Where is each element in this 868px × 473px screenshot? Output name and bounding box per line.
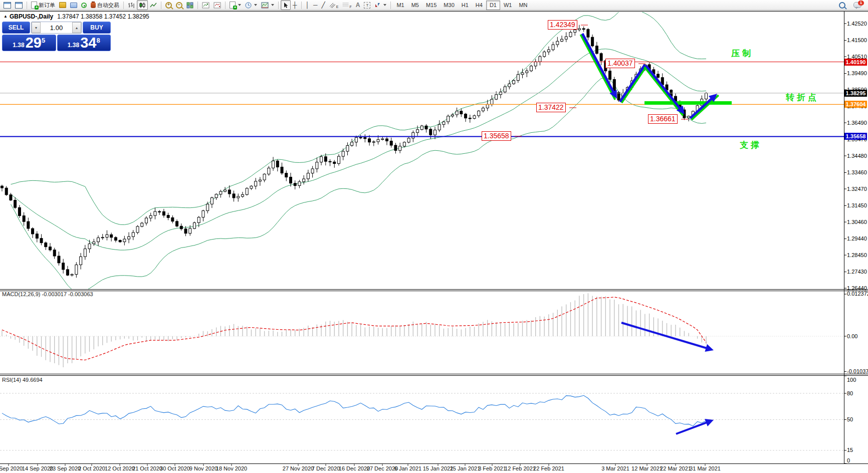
collapse-icon[interactable]: ▲	[4, 14, 8, 19]
timeframe-H4[interactable]: H4	[472, 1, 486, 10]
timeframe-M5[interactable]: M5	[408, 1, 422, 10]
macd-axis-label: 0.012372	[847, 291, 868, 297]
fibonacci-sub-label: F	[349, 5, 351, 9]
search-button[interactable]	[837, 0, 847, 10]
vline-icon: │	[306, 2, 310, 8]
search-icon	[839, 2, 845, 9]
date-label: 12 Feb 2021	[505, 465, 536, 471]
zoom-out-icon: −	[176, 2, 182, 9]
signal-icon	[81, 3, 87, 8]
zoom-out-button[interactable]: −	[174, 0, 184, 10]
period-dropdown[interactable]	[243, 0, 259, 10]
sell-button[interactable]: SELL	[2, 22, 30, 34]
signals-button[interactable]	[79, 0, 89, 10]
price-axis-label: 1.32470	[847, 186, 867, 192]
date-label: 9 Nov 2020	[189, 465, 218, 471]
fibonacci-icon	[342, 2, 349, 8]
price-axis-label: 1.42520	[847, 21, 867, 27]
autotrading-icon	[91, 3, 96, 8]
price-tag[interactable]: 1.37422	[536, 103, 566, 112]
channel-button[interactable]: E	[327, 0, 341, 10]
crosshair-button[interactable]: ┼	[291, 0, 299, 10]
chevron-down-icon	[254, 4, 257, 6]
terminal-icon	[70, 3, 77, 8]
bid-price-panel[interactable]: 1.38295	[2, 35, 56, 51]
timeframe-D1[interactable]: D1	[486, 1, 500, 10]
rsi-axis-label: 0	[847, 457, 850, 463]
trendline-button[interactable]: ╱	[320, 0, 327, 10]
profile-window-icon	[15, 2, 23, 9]
template-dropdown[interactable]	[259, 0, 276, 10]
autotrading-button[interactable]: 自动交易	[89, 0, 121, 10]
price-tag[interactable]: 1.36661	[648, 114, 678, 124]
volume-input[interactable]	[41, 22, 72, 33]
hline-icon: ─	[313, 2, 318, 8]
chart-profile-button[interactable]	[13, 0, 25, 10]
date-label: 15 Jan 2021	[423, 465, 454, 471]
timeframe-H1[interactable]: H1	[458, 1, 472, 10]
indicator-chart-icon	[202, 2, 209, 9]
chart-canvas[interactable]	[0, 0, 868, 473]
resistance-label: 压制	[731, 48, 753, 59]
price-tag[interactable]: 1.35658	[482, 131, 511, 141]
ask-price-panel[interactable]: 1.38348	[57, 35, 111, 51]
market-watch-button[interactable]	[57, 0, 68, 10]
volume-decrease-button[interactable]: ▼	[32, 22, 41, 33]
indicator-window-button[interactable]	[200, 0, 211, 10]
text-label-button[interactable]: T	[362, 0, 372, 10]
price-tag[interactable]: 1.40037	[605, 59, 635, 68]
timeframe-M30[interactable]: M30	[440, 1, 458, 10]
notifications-button[interactable]: 1	[851, 0, 863, 10]
timeframe-M1[interactable]: M1	[393, 1, 407, 10]
timeframe-M15[interactable]: M15	[422, 1, 440, 10]
candlestick-chart-button[interactable]	[137, 0, 148, 10]
volume-increase-button[interactable]: ▲	[72, 22, 81, 33]
channel-sub-label: E	[336, 5, 339, 9]
label-tool-icon: T	[364, 2, 370, 9]
bid-small: 1.38	[13, 42, 24, 49]
cursor-icon	[283, 2, 289, 9]
price-axis-label: 1.28450	[847, 252, 867, 258]
cursor-button[interactable]	[281, 0, 291, 10]
notification-badge: 1	[858, 1, 864, 6]
price-tag[interactable]: 1.42349	[548, 20, 577, 30]
add-indicator-dropdown[interactable]: +	[228, 0, 243, 10]
timeframe-MN[interactable]: MN	[515, 1, 531, 10]
new-chart-button[interactable]	[2, 0, 13, 10]
price-level-badge: 1.35658	[844, 133, 867, 140]
bar-chart-icon	[128, 2, 135, 9]
zoom-in-button[interactable]: +	[163, 0, 174, 10]
add-indicator-icon: +	[230, 2, 236, 9]
shapes-dropdown[interactable]	[372, 0, 388, 10]
price-axis-label: 1.34480	[847, 153, 867, 159]
fibonacci-button[interactable]: F	[340, 0, 353, 10]
date-label: 27 Dec 2020	[367, 465, 398, 471]
macd-axis-label: -0.010374	[847, 368, 868, 374]
date-label: 31 Mar 2021	[690, 465, 721, 471]
bar-chart-button[interactable]	[126, 0, 137, 10]
line-chart-button[interactable]	[148, 0, 159, 10]
date-label: 21 Oct 2020	[132, 465, 162, 471]
indicator-add-button[interactable]	[211, 0, 223, 10]
tile-windows-button[interactable]	[184, 0, 195, 10]
autotrading-label: 自动交易	[97, 2, 119, 9]
horizontal-line-button[interactable]: ─	[311, 0, 320, 10]
buy-button[interactable]: BUY	[83, 22, 111, 34]
main-toolbar: + 新订单 自动交易 + − + ┼ │ ─ ╱	[0, 0, 868, 11]
date-label: 25 Jan 2021	[450, 465, 481, 471]
price-axis-label: 1.31450	[847, 202, 867, 208]
community-button[interactable]	[68, 0, 79, 10]
rsi-axis-label: 50	[847, 416, 853, 422]
timeframe-W1[interactable]: W1	[500, 1, 516, 10]
rsi-label: RSI(14) 49.6694	[2, 377, 43, 383]
text-tool-icon: A	[356, 2, 360, 8]
text-button[interactable]: A	[354, 0, 362, 10]
support-label: 支撑	[740, 139, 762, 151]
date-label: 12 Mar 2021	[631, 465, 663, 471]
ask-small: 1.38	[68, 42, 79, 49]
vertical-line-button[interactable]: │	[304, 0, 312, 10]
chat-balloon-icon: 1	[853, 2, 861, 8]
date-label: 2 Oct 2020	[78, 465, 105, 471]
new-order-button[interactable]: + 新订单	[29, 0, 57, 10]
ask-sup: 8	[96, 37, 100, 44]
